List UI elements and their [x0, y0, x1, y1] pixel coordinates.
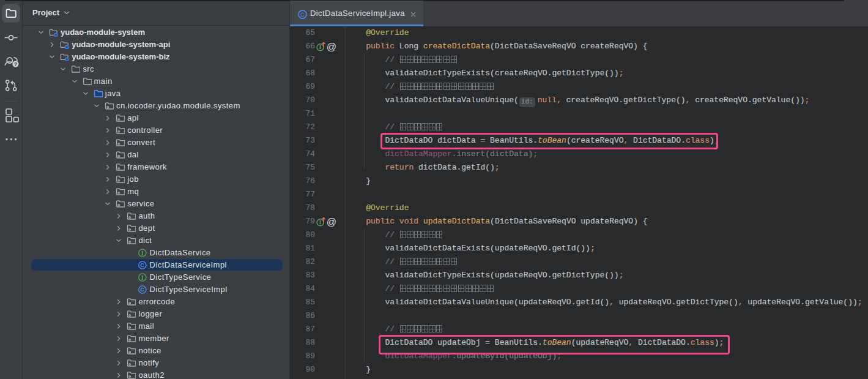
svg-text:I: I	[141, 274, 143, 281]
svg-text:?: ?	[14, 61, 18, 67]
svg-text:C: C	[140, 261, 144, 268]
svg-text:I: I	[319, 44, 322, 50]
svg-text:C: C	[300, 11, 305, 18]
svg-text:@: @	[327, 42, 336, 52]
svg-text:@: @	[327, 217, 336, 227]
svg-text:C: C	[140, 286, 144, 293]
svg-text:I: I	[141, 250, 143, 257]
svg-text:I: I	[319, 219, 322, 225]
